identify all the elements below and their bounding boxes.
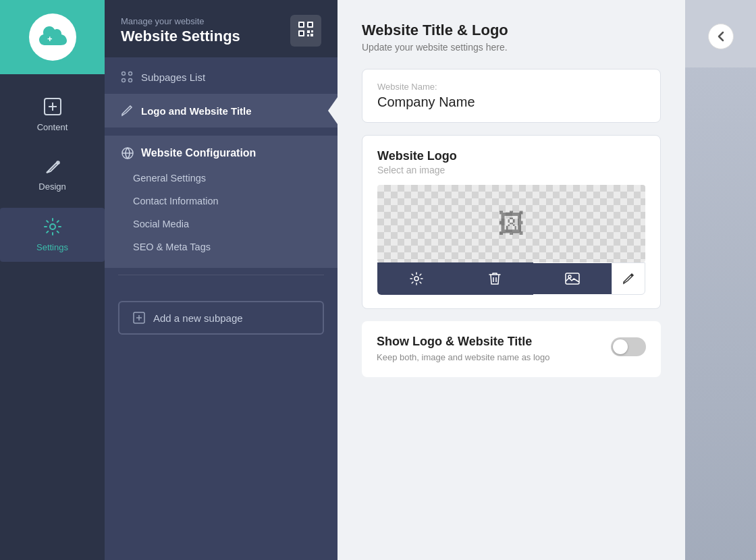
svg-rect-13 xyxy=(311,30,313,32)
svg-text:+: + xyxy=(47,34,53,44)
website-config-label: Website Configuration xyxy=(141,147,256,159)
right-panel-bg xyxy=(685,67,756,560)
collapse-button[interactable] xyxy=(708,24,734,49)
settings-label: Settings xyxy=(36,242,68,252)
logo-edit-button[interactable] xyxy=(612,262,645,295)
svg-rect-15 xyxy=(310,34,313,36)
sidebar: Manage your website Website Settings xyxy=(105,0,338,560)
logo-website-title-item[interactable]: Logo and Website Title xyxy=(105,94,338,128)
logo-delete-button[interactable] xyxy=(456,262,534,295)
logo-item-label: Logo and Website Title xyxy=(141,105,252,117)
logo-actions-row xyxy=(377,262,645,295)
website-logo-card: Website Logo Select an image 🖼 xyxy=(362,135,661,309)
logo-settings-button[interactable] xyxy=(377,262,456,295)
subpages-icon xyxy=(121,71,133,83)
social-media-item[interactable]: Social Media xyxy=(105,213,338,235)
edit-icon xyxy=(622,273,634,285)
svg-point-17 xyxy=(129,72,132,76)
main-content: Website Title & Logo Update your website… xyxy=(338,0,685,560)
show-logo-toggle[interactable] xyxy=(611,337,646,356)
design-icon xyxy=(44,158,61,177)
svg-rect-9 xyxy=(308,23,312,26)
app-logo: + xyxy=(29,13,76,61)
svg-rect-11 xyxy=(300,32,303,35)
header-title: Website Settings xyxy=(121,28,240,45)
website-name-label: Website Name: xyxy=(377,82,645,92)
page-description: Update your website settings here. xyxy=(362,42,661,53)
logo-image-placeholder: 🖼 xyxy=(377,185,645,262)
sidebar-divider xyxy=(118,275,324,275)
image-icon xyxy=(565,273,580,285)
show-logo-title: Show Logo & Website Title xyxy=(377,335,550,349)
page-title: Website Title & Logo xyxy=(362,22,661,39)
sidebar-header: Manage your website Website Settings xyxy=(105,0,338,57)
app-logo-header: + xyxy=(0,0,105,74)
logo-upload-button[interactable] xyxy=(533,263,612,294)
website-config-section: Website Configuration General Settings C… xyxy=(105,133,338,268)
contact-information-item[interactable]: Contact Information xyxy=(105,190,338,213)
show-logo-desc: Keep both, image and website name as log… xyxy=(377,352,550,364)
svg-rect-7 xyxy=(300,23,303,26)
show-logo-section: Show Logo & Website Title Keep both, ima… xyxy=(362,321,661,377)
trash-icon xyxy=(489,272,501,285)
svg-rect-12 xyxy=(307,30,310,33)
settings-icon xyxy=(410,272,423,285)
header-subtitle: Manage your website xyxy=(121,16,240,26)
globe-icon xyxy=(121,146,134,160)
content-label: Content xyxy=(37,122,68,132)
sidebar-item-design[interactable]: Design xyxy=(0,148,105,201)
subpages-list-item[interactable]: Subpages List xyxy=(105,60,338,94)
design-label: Design xyxy=(38,181,65,192)
logo-card-title: Website Logo xyxy=(377,149,645,163)
right-panel xyxy=(685,0,756,560)
toggle-thumb xyxy=(613,339,628,354)
toggle-track[interactable] xyxy=(611,337,646,356)
toggle-label-block: Show Logo & Website Title Keep both, ima… xyxy=(377,335,550,364)
website-name-card[interactable]: Website Name: Company Name xyxy=(362,69,661,123)
active-arrow xyxy=(329,99,338,123)
website-name-value: Company Name xyxy=(377,94,645,110)
svg-point-16 xyxy=(122,72,126,76)
svg-point-5 xyxy=(50,224,55,229)
placeholder-icon: 🖼 xyxy=(498,208,525,239)
chevron-left-icon xyxy=(716,30,726,43)
svg-point-24 xyxy=(414,277,418,281)
add-subpage-button[interactable]: Add a new subpage xyxy=(118,301,324,335)
qr-button[interactable] xyxy=(290,15,321,47)
add-icon xyxy=(133,312,145,324)
website-config-header[interactable]: Website Configuration xyxy=(105,136,338,167)
website-config-subitems: General Settings Contact Information Soc… xyxy=(105,167,338,268)
sidebar-item-content[interactable]: Content xyxy=(0,88,105,142)
logo-item-wrapper: Logo and Website Title xyxy=(105,94,338,128)
svg-point-18 xyxy=(122,79,126,82)
icon-bar-items: Content Design Settings xyxy=(0,74,105,262)
sidebar-item-settings[interactable]: Settings xyxy=(0,208,105,262)
logo-card-subtitle: Select an image xyxy=(377,165,645,175)
pencil-icon xyxy=(121,105,133,117)
svg-rect-14 xyxy=(307,34,309,36)
general-settings-item[interactable]: General Settings xyxy=(105,167,338,190)
subpages-label: Subpages List xyxy=(141,72,205,83)
content-icon xyxy=(43,97,62,118)
add-subpage-label: Add a new subpage xyxy=(153,312,243,324)
svg-point-19 xyxy=(129,79,132,82)
seo-meta-tags-item[interactable]: SEO & Meta Tags xyxy=(105,235,338,258)
icon-bar: + Content Design xyxy=(0,0,105,560)
settings-icon xyxy=(43,217,62,238)
